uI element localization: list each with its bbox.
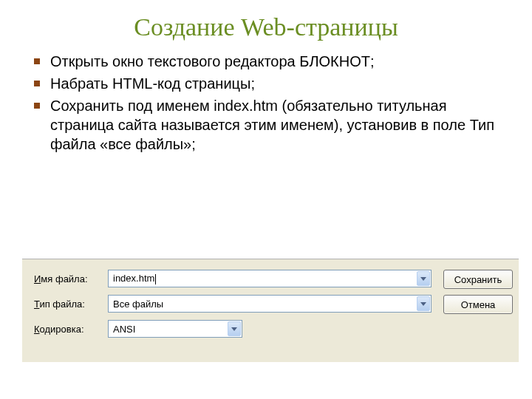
- save-dialog-fragment: Имя файла: index.htm Тип файла: Все файл…: [22, 259, 519, 362]
- cancel-button[interactable]: Отмена: [443, 295, 513, 314]
- chevron-down-icon[interactable]: [417, 271, 430, 286]
- list-item: Сохранить под именем index.htm (обязател…: [34, 96, 502, 154]
- filetype-value: Все файлы: [109, 299, 416, 310]
- filename-value: index.htm: [113, 273, 154, 284]
- page-title: Создание Web-страницы: [30, 13, 502, 41]
- save-button[interactable]: Сохранить: [443, 270, 513, 289]
- chevron-down-icon[interactable]: [417, 296, 430, 311]
- encoding-label: Кодировка:: [28, 324, 108, 335]
- list-item: Набрать HTML-код страницы;: [34, 74, 502, 93]
- text-caret: [155, 274, 156, 284]
- bullet-list: Открыть окно текстового редактора БЛОКНО…: [34, 52, 502, 154]
- encoding-select[interactable]: ANSI: [108, 320, 242, 338]
- filetype-select[interactable]: Все файлы: [108, 295, 432, 313]
- filetype-label: Тип файла:: [28, 299, 108, 310]
- filename-label: Имя файла:: [28, 273, 108, 284]
- encoding-value: ANSI: [109, 324, 227, 335]
- filename-input[interactable]: index.htm: [108, 270, 432, 287]
- list-item: Открыть окно текстового редактора БЛОКНО…: [34, 52, 502, 71]
- chevron-down-icon[interactable]: [228, 321, 241, 336]
